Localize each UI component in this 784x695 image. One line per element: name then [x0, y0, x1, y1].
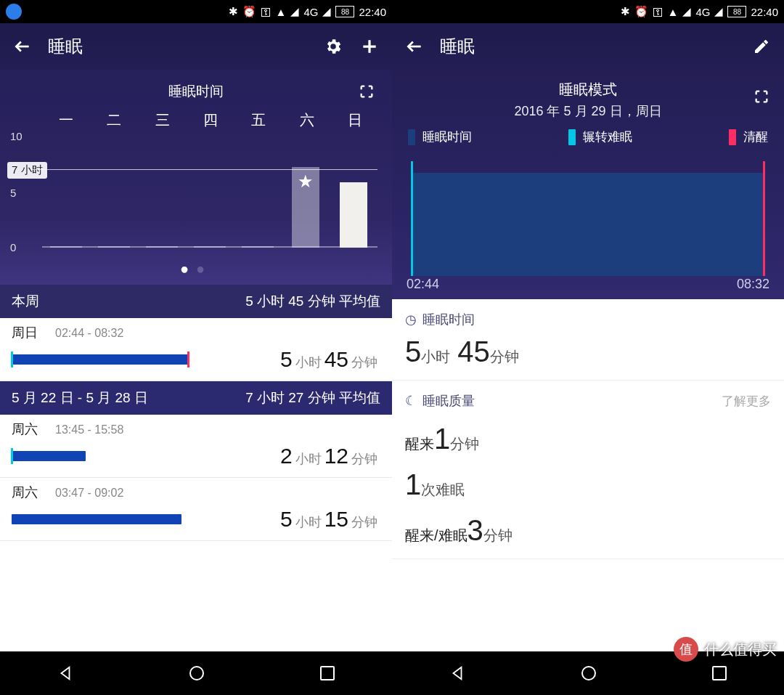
sleep-entry[interactable]: 周六03:47 - 09:02 5小时15分钟 — [0, 478, 392, 541]
end-time: 08:32 — [737, 277, 769, 292]
section-header: 5 月 22 日 - 5 月 28 日7 小时 27 分钟 平均值 — [0, 381, 392, 415]
key-icon: ⚿ — [653, 6, 663, 18]
awake-marker — [763, 161, 765, 276]
back-button[interactable] — [12, 36, 33, 57]
status-bar: ✱ ⏰ ⚿ ▲ ◢ 4G ◢ 88 22:40 — [0, 0, 392, 23]
page-title: 睡眠 — [440, 35, 736, 58]
start-time: 02:44 — [407, 277, 439, 292]
battery-icon: 88 — [335, 6, 354, 17]
nav-recent[interactable] — [320, 666, 335, 680]
legend-awake: 清醒 — [743, 129, 768, 145]
wifi-icon: ▲ — [276, 6, 287, 18]
ytick-5: 5 — [10, 187, 16, 199]
legend: 睡眠时间 辗转难眠 清醒 — [404, 120, 772, 150]
clock-icon: ◷ — [405, 312, 417, 328]
watermark: 值 什么值得买 — [674, 637, 777, 662]
legend-restless: 辗转难眠 — [583, 129, 632, 145]
alarm-icon: ⏰ — [634, 5, 648, 18]
nav-back[interactable] — [57, 665, 73, 681]
page-indicator[interactable]: ●● — [7, 256, 385, 285]
sleep-graph: 02:44 08:32 — [404, 154, 772, 292]
weekday-labels: 一二三四五六日 — [7, 106, 385, 133]
nav-recent[interactable] — [712, 666, 727, 680]
week-chart[interactable]: 睡眠时间 一二三四五六日 10 5 0 7 小时 ★ ●● — [0, 70, 392, 285]
add-button[interactable] — [359, 36, 380, 57]
sleep-entry[interactable]: 周日02:44 - 08:32 5小时45分钟 — [0, 318, 392, 381]
duration-card: ◷ 睡眠时间 5小时45分钟 — [392, 299, 784, 381]
qq-icon — [6, 4, 22, 20]
wifi-icon: ▲ — [668, 6, 679, 18]
legend-asleep: 睡眠时间 — [422, 129, 472, 145]
duration-label: 睡眠时间 — [422, 311, 475, 328]
signal-icon: ◢ — [682, 5, 691, 18]
status-bar: ✱ ⏰ ⚿ ▲ ◢ 4G ◢ 88 22:40 — [392, 0, 784, 23]
signal2-icon: ◢ — [714, 5, 723, 18]
left-screen: ✱ ⏰ ⚿ ▲ ◢ 4G ◢ 88 22:40 睡眠 睡眠时间 — [0, 0, 392, 695]
alarm-icon: ⏰ — [242, 5, 256, 18]
clock-text: 22:40 — [751, 6, 778, 18]
settings-button[interactable] — [322, 36, 344, 57]
chart-date: 2016 年 5 月 29 日，周日 — [404, 102, 772, 120]
svg-point-1 — [582, 667, 595, 680]
clock-text: 22:40 — [359, 6, 386, 18]
network-label: 4G — [303, 6, 318, 18]
battery-icon: 88 — [727, 6, 746, 17]
quality-label: 睡眠质量 — [422, 392, 475, 410]
bluetooth-icon: ✱ — [229, 5, 238, 18]
restless-marker — [411, 161, 413, 276]
nav-home[interactable] — [188, 664, 205, 682]
right-screen: ✱ ⏰ ⚿ ▲ ◢ 4G ◢ 88 22:40 睡眠 睡眠模式 2016 年 5… — [392, 0, 784, 695]
svg-point-0 — [190, 667, 203, 680]
goal-chip: 7 小时 — [7, 162, 47, 179]
quality-card: ☾ 睡眠质量 了解更多 醒来1分钟 1次难眠 醒来/难眠3分钟 — [392, 381, 784, 559]
ytick-0: 0 — [10, 241, 16, 253]
bluetooth-icon: ✱ — [621, 5, 630, 18]
moon-icon: ☾ — [405, 393, 417, 409]
app-bar: 睡眠 — [392, 23, 784, 70]
page-title: 睡眠 — [48, 35, 308, 58]
nav-home[interactable] — [580, 664, 597, 682]
fullscreen-button[interactable] — [356, 81, 377, 102]
chart-title: 睡眠时间 — [168, 82, 224, 101]
ytick-10: 10 — [10, 130, 23, 142]
app-bar: 睡眠 — [0, 23, 392, 70]
back-button[interactable] — [404, 36, 425, 57]
edit-button[interactable] — [751, 36, 772, 57]
key-icon: ⚿ — [261, 6, 271, 18]
network-label: 4G — [695, 6, 710, 18]
section-header: 本周5 小时 45 分钟 平均值 — [0, 285, 392, 318]
android-nav — [0, 651, 392, 695]
signal2-icon: ◢ — [322, 5, 331, 18]
watermark-badge: 值 — [674, 637, 698, 662]
sleep-pattern-chart[interactable]: 睡眠模式 2016 年 5 月 29 日，周日 睡眠时间 辗转难眠 清醒 02:… — [392, 70, 784, 299]
nav-back[interactable] — [449, 665, 465, 681]
chart-title: 睡眠模式 — [404, 80, 772, 99]
learn-more-link[interactable]: 了解更多 — [722, 393, 771, 410]
sleep-entry[interactable]: 周六13:45 - 15:58 2小时12分钟 — [0, 415, 392, 478]
signal-icon: ◢ — [290, 5, 299, 18]
